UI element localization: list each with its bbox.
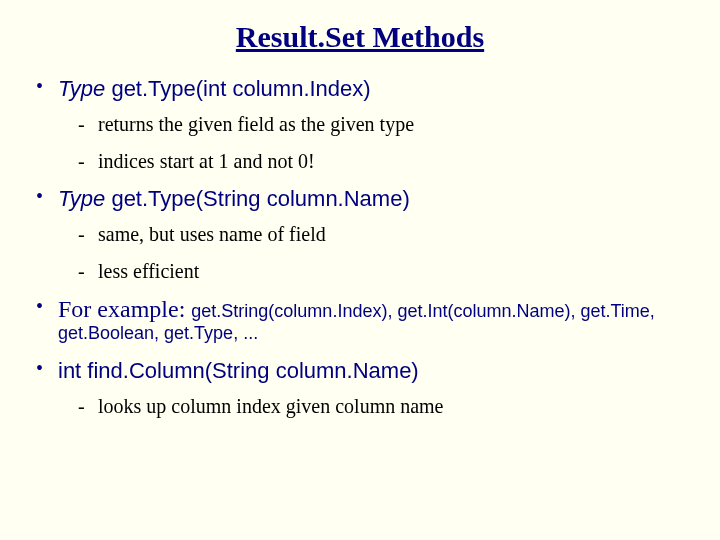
type-prefix: Type xyxy=(58,186,105,211)
sub-item: returns the given field as the given typ… xyxy=(58,112,690,137)
method-signature: get.Type(int column.Index) xyxy=(105,76,370,101)
sub-item: indices start at 1 and not 0! xyxy=(58,149,690,174)
sub-list: same, but uses name of field less effici… xyxy=(58,222,690,284)
bullet-item-gettype-int: Type get.Type(int column.Index) returns … xyxy=(30,76,690,174)
bullet-list: Type get.Type(int column.Index) returns … xyxy=(30,76,690,419)
method-signature: int find.Column(String column.Name) xyxy=(58,358,419,383)
sub-item: looks up column index given column name xyxy=(58,394,690,419)
example-lead: For example: xyxy=(58,296,191,322)
sub-list: looks up column index given column name xyxy=(58,394,690,419)
sub-item: same, but uses name of field xyxy=(58,222,690,247)
method-signature: get.Type(String column.Name) xyxy=(105,186,409,211)
sub-list: returns the given field as the given typ… xyxy=(58,112,690,174)
bullet-item-findcolumn: int find.Column(String column.Name) look… xyxy=(30,358,690,419)
type-prefix: Type xyxy=(58,76,105,101)
page-title: Result.Set Methods xyxy=(30,20,690,54)
bullet-item-gettype-string: Type get.Type(String column.Name) same, … xyxy=(30,186,690,284)
sub-item: less efficient xyxy=(58,259,690,284)
bullet-item-examples: For example: get.String(column.Index), g… xyxy=(30,296,690,344)
